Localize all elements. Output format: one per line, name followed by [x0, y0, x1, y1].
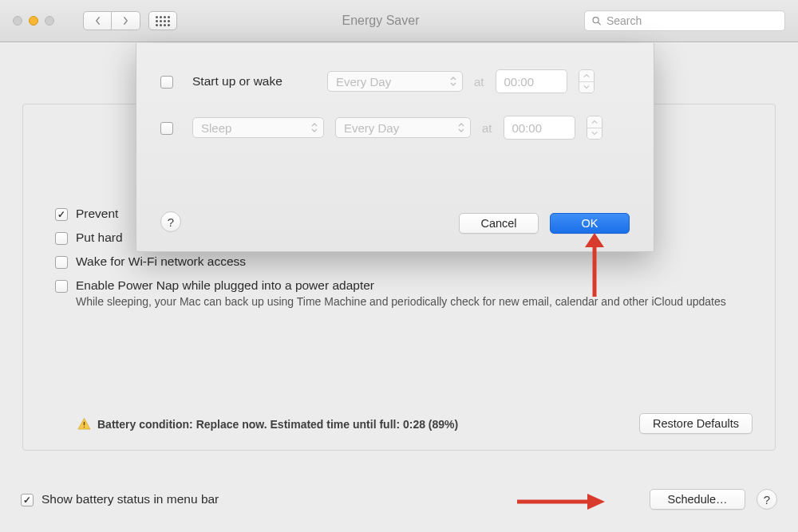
traffic-lights — [13, 16, 54, 26]
nav-back-forward — [83, 11, 140, 30]
svg-rect-3 — [84, 427, 85, 428]
prevent-sleep-label: Prevent — [76, 207, 118, 221]
show-all-button[interactable] — [148, 11, 177, 30]
help-button[interactable]: ? — [757, 489, 777, 510]
stepper-down-icon[interactable] — [579, 82, 594, 93]
startup-time-input[interactable]: 00:00 — [496, 69, 567, 93]
stepper-up-icon[interactable] — [579, 70, 594, 82]
startup-wake-checkbox[interactable] — [160, 76, 173, 89]
power-nap-label: Enable Power Nap while plugged into a po… — [76, 278, 374, 293]
forward-button[interactable] — [112, 11, 140, 30]
hdd-sleep-label: Put hard — [76, 231, 123, 245]
search-input[interactable] — [606, 14, 778, 27]
schedule-button[interactable]: Schedule… — [650, 489, 745, 510]
sleep-frequency-select[interactable]: Every Day — [335, 117, 471, 138]
sleep-time-stepper[interactable] — [587, 116, 602, 140]
cancel-button[interactable]: Cancel — [459, 213, 539, 234]
chevron-updown-icon — [457, 122, 465, 133]
back-button[interactable] — [83, 11, 112, 30]
warning-icon — [77, 417, 91, 431]
svg-rect-2 — [84, 422, 85, 426]
footer-row: Show battery status in menu bar Schedule… — [21, 489, 777, 510]
wake-wifi-label: Wake for Wi-Fi network access — [76, 254, 246, 269]
startup-wake-label: Start up or wake — [192, 74, 316, 89]
power-nap-checkbox[interactable] — [55, 280, 68, 293]
chevron-updown-icon — [310, 122, 318, 133]
hdd-sleep-checkbox[interactable] — [55, 232, 68, 245]
stepper-up-icon[interactable] — [587, 116, 602, 128]
stepper-down-icon[interactable] — [587, 128, 602, 140]
sleep-checkbox[interactable] — [160, 122, 173, 135]
prevent-sleep-checkbox[interactable] — [55, 208, 68, 221]
startup-time-stepper[interactable] — [579, 69, 595, 93]
sheet-help-button[interactable]: ? — [160, 211, 181, 232]
power-nap-description: While sleeping, your Mac can back up usi… — [76, 294, 727, 309]
minimize-window-button[interactable] — [29, 16, 38, 26]
at-label-1: at — [474, 75, 484, 89]
search-field[interactable] — [584, 10, 785, 31]
show-battery-status-checkbox[interactable] — [21, 494, 34, 506]
sleep-time-input[interactable]: 00:00 — [504, 116, 575, 140]
chevron-updown-icon — [449, 76, 457, 87]
restore-defaults-button[interactable]: Restore Defaults — [639, 413, 753, 434]
wake-wifi-checkbox[interactable] — [55, 256, 68, 269]
toolbar: Energy Saver — [0, 0, 798, 42]
at-label-2: at — [482, 121, 492, 135]
schedule-sheet: Start up or wake Every Day at 00:00 Slee… — [136, 43, 654, 252]
search-icon — [591, 15, 602, 26]
zoom-window-button[interactable] — [45, 16, 54, 26]
startup-frequency-select[interactable]: Every Day — [327, 71, 463, 92]
svg-line-1 — [598, 22, 600, 25]
battery-status-text: Battery condition: Replace now. Estimate… — [97, 418, 458, 431]
battery-status: Battery condition: Replace now. Estimate… — [77, 417, 458, 431]
window-title: Energy Saver — [185, 14, 576, 28]
close-window-button[interactable] — [13, 16, 22, 26]
sleep-action-select[interactable]: Sleep — [192, 117, 324, 138]
show-battery-status-label: Show battery status in menu bar — [41, 492, 219, 506]
ok-button[interactable]: OK — [550, 213, 630, 234]
